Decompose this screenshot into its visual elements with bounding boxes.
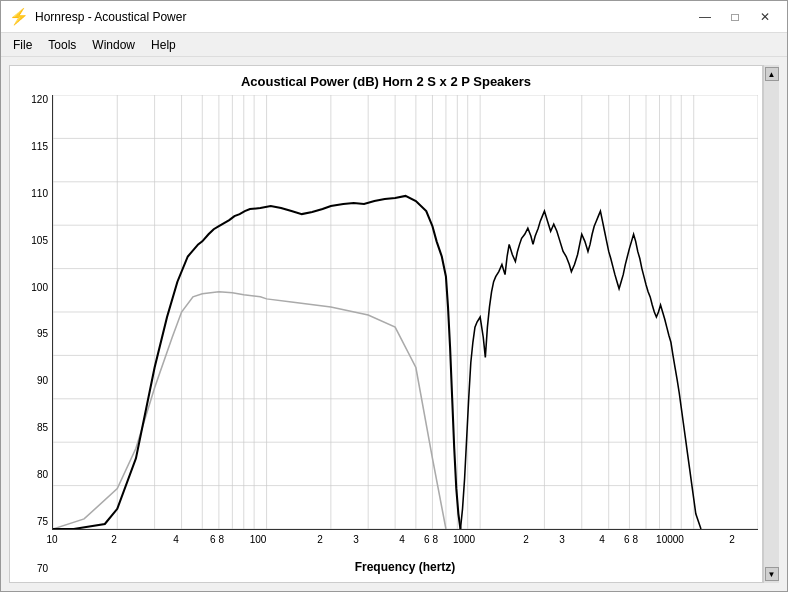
minimize-button[interactable]: —: [691, 6, 719, 28]
x-label-4b: 4: [399, 534, 405, 545]
plot-container[interactable]: [52, 95, 758, 530]
y-label-120: 120: [31, 95, 48, 105]
scroll-up-button[interactable]: ▲: [765, 67, 779, 81]
x-label-100: 100: [250, 534, 267, 545]
menu-help[interactable]: Help: [143, 36, 184, 54]
window-controls: — □ ✕: [691, 6, 779, 28]
x-label-10000: 10000: [656, 534, 684, 545]
scrollbar[interactable]: ▲ ▼: [763, 65, 779, 583]
y-label-105: 105: [31, 236, 48, 246]
x-label-68c: 6 8: [624, 534, 638, 545]
y-label-85: 85: [37, 423, 48, 433]
x-label-1000: 1000: [453, 534, 475, 545]
x-label-2: 2: [111, 534, 117, 545]
app-icon: ⚡: [9, 7, 29, 27]
menu-file[interactable]: File: [5, 36, 40, 54]
maximize-button[interactable]: □: [721, 6, 749, 28]
main-window: ⚡ Hornresp - Acoustical Power — □ ✕ File…: [0, 0, 788, 592]
black-curve-high: [460, 211, 701, 529]
x-label-68b: 6 8: [424, 534, 438, 545]
chart-area: Acoustical Power (dB) Horn 2 S x 2 P Spe…: [9, 65, 763, 583]
menu-bar: File Tools Window Help: [1, 33, 787, 57]
y-label-95: 95: [37, 329, 48, 339]
menu-window[interactable]: Window: [84, 36, 143, 54]
scroll-down-button[interactable]: ▼: [765, 567, 779, 581]
x-axis-labels: 10 2 4 6 8 100 2 3 4 6 8 1000 2 3 4 6 8: [52, 530, 758, 558]
x-label-2b: 2: [317, 534, 323, 545]
y-label-70: 70: [37, 564, 48, 574]
x-label-4: 4: [173, 534, 179, 545]
x-label-10: 10: [46, 534, 57, 545]
window-title: Hornresp - Acoustical Power: [35, 10, 691, 24]
plot-and-x: 10 2 4 6 8 100 2 3 4 6 8 1000 2 3 4 6 8: [52, 95, 758, 574]
x-label-4c: 4: [599, 534, 605, 545]
y-label-75: 75: [37, 517, 48, 527]
y-label-110: 110: [31, 189, 48, 199]
y-label-115: 115: [31, 142, 48, 152]
x-label-3: 3: [353, 534, 359, 545]
y-label-90: 90: [37, 376, 48, 386]
x-label-2d: 2: [729, 534, 735, 545]
black-curve-main: [53, 196, 460, 529]
x-label-3b: 3: [559, 534, 565, 545]
main-content: Acoustical Power (dB) Horn 2 S x 2 P Spe…: [1, 57, 787, 591]
x-label-68: 6 8: [210, 534, 224, 545]
y-label-100: 100: [31, 283, 48, 293]
gray-curve: [53, 292, 446, 529]
close-button[interactable]: ✕: [751, 6, 779, 28]
chart-svg: [53, 95, 758, 529]
y-label-80: 80: [37, 470, 48, 480]
menu-tools[interactable]: Tools: [40, 36, 84, 54]
chart-title: Acoustical Power (dB) Horn 2 S x 2 P Spe…: [14, 74, 758, 89]
y-axis: 120 115 110 105 100 95 90 85 80 75 70: [14, 95, 52, 574]
chart-inner: 120 115 110 105 100 95 90 85 80 75 70: [14, 95, 758, 574]
x-label-2c: 2: [523, 534, 529, 545]
title-bar: ⚡ Hornresp - Acoustical Power — □ ✕: [1, 1, 787, 33]
x-axis-title: Frequency (hertz): [52, 560, 758, 574]
